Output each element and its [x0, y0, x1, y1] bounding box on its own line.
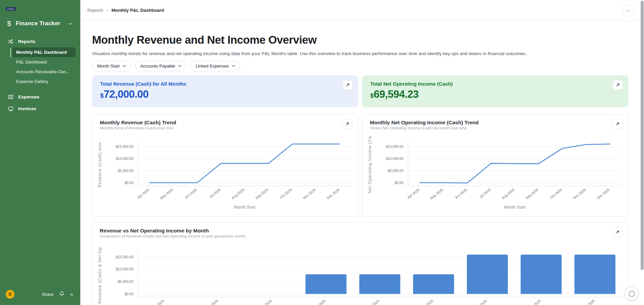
loading-spinner [625, 287, 638, 300]
svg-text:Sep 2025: Sep 2025 [525, 187, 539, 200]
svg-text:Nov 2025: Nov 2025 [302, 187, 316, 200]
expand-button[interactable] [612, 119, 622, 129]
sidebar-item-expenses[interactable]: Expenses [5, 92, 76, 102]
net-income-trend-chart: $0.00$5,000.00$10,000.00$15,000.00Apr 20… [362, 132, 628, 212]
svg-text:Nov 2025: Nov 2025 [527, 299, 542, 305]
svg-text:$10,000.00: $10,000.00 [116, 157, 133, 161]
svg-text:$5,000.00: $5,000.00 [388, 169, 403, 173]
total-revenue-card: Total Revenue (Cash) for All Months $72,… [92, 75, 358, 107]
breadcrumb-reports[interactable]: Reports [87, 8, 103, 13]
collapse-sidebar-icon[interactable]: « [70, 292, 73, 297]
sidebar-nav: Reports Monthly P&L Dashboard P&L Dashbo… [0, 36, 80, 114]
workspace-switcher[interactable]: $ Finance Tracker [6, 19, 74, 28]
svg-text:Dec 2025: Dec 2025 [326, 187, 340, 200]
svg-text:May 2025: May 2025 [429, 187, 444, 200]
svg-text:Revenue (Cash) sum: Revenue (Cash) sum [97, 142, 102, 187]
svg-text:Aug 2025: Aug 2025 [501, 187, 515, 200]
filter-month-start[interactable]: Month Start [92, 61, 131, 71]
chevron-down-icon [178, 65, 181, 67]
stat-card-value: 69,594.23 [374, 88, 419, 100]
expand-button[interactable] [613, 80, 623, 90]
net-income-trend-card: Monthly Net Operating Income (Cash) Tren… [362, 114, 628, 217]
svg-text:Jul 2025: Jul 2025 [313, 299, 327, 305]
arrow-up-right-icon [345, 122, 349, 126]
sidebar: kabyn $ Finance Tracker Reports Monthly … [0, 0, 80, 305]
svg-text:Month Start: Month Start [504, 205, 526, 210]
svg-text:Aug 2025: Aug 2025 [366, 299, 380, 305]
sidebar-item-pl-dashboard[interactable]: P&L Dashboard [12, 57, 76, 67]
sidebar-item-reports[interactable]: Reports [5, 36, 76, 47]
chart-title: Revenue vs Net Operating Income by Month [100, 228, 628, 234]
stat-card-title: Total Revenue (Cash) for All Months [100, 81, 350, 87]
svg-text:Sep 2025: Sep 2025 [420, 299, 434, 305]
breadcrumb-separator-icon: › [106, 8, 108, 13]
svg-text:Jun 2025: Jun 2025 [454, 187, 468, 200]
sidebar-invoices-label: Invoices [18, 106, 36, 111]
svg-text:May 2025: May 2025 [159, 187, 174, 200]
sidebar-item-invoices[interactable]: Invoices [5, 103, 76, 114]
expand-button[interactable] [342, 119, 352, 129]
app-logo-badge: kabyn [6, 7, 16, 11]
svg-text:Sep 2025: Sep 2025 [255, 187, 269, 200]
svg-text:Revenue (Cash) & Net Op: Revenue (Cash) & Net Op [97, 247, 102, 304]
svg-text:May 2025: May 2025 [204, 299, 219, 305]
breadcrumb-current: Monthly P&L Dashboard [112, 8, 164, 13]
share-button[interactable]: Share [42, 292, 53, 297]
svg-text:Jun 2025: Jun 2025 [184, 187, 198, 200]
svg-text:Net Operating Income (Ca: Net Operating Income (Ca [368, 136, 372, 193]
more-options-button[interactable]: ... [623, 5, 634, 16]
svg-text:$0.00: $0.00 [395, 181, 403, 185]
svg-text:Apr 2025: Apr 2025 [151, 299, 165, 305]
revenue-vs-income-card: Revenue vs Net Operating Income by Month… [92, 222, 628, 305]
svg-text:Apr 2025: Apr 2025 [136, 187, 150, 200]
svg-text:Nov 2025: Nov 2025 [572, 187, 587, 200]
app-window: kabyn $ Finance Tracker Reports Monthly … [0, 0, 644, 305]
filter-bar: Month Start Accounts Payable Linked Expe… [92, 61, 628, 71]
workspace-name: Finance Tracker [16, 20, 60, 27]
invoice-icon [8, 106, 13, 112]
sidebar-item-expense-gallery[interactable]: Expense Gallery [12, 77, 76, 86]
stat-cards-row: Total Revenue (Cash) for All Months $72,… [92, 75, 628, 107]
dollar-icon: $ [6, 19, 12, 28]
revenue-trend-chart: $0.00$5,000.00$10,000.00$15,000.00Apr 20… [92, 132, 358, 212]
svg-text:$15,000.00: $15,000.00 [116, 255, 133, 259]
page-content: Monthly Revenue and Net Income Overview … [80, 21, 644, 305]
chevron-down-icon [232, 65, 235, 67]
chart-subtitle: Shows Net Operating Income (Cash) by mon… [370, 126, 628, 130]
sidebar-footer: D Share « [0, 284, 80, 305]
vertical-scrollbar[interactable] [641, 1, 644, 270]
sidebar-item-accounts-receivable[interactable]: Accounts Receivable Das... [12, 67, 76, 77]
sidebar-reports-label: Reports [18, 39, 35, 44]
svg-text:$0.00: $0.00 [125, 181, 133, 185]
expand-button[interactable] [343, 80, 353, 90]
chevron-down-icon [69, 20, 72, 27]
sidebar-expenses-label: Expenses [18, 94, 39, 99]
avatar[interactable]: D [6, 290, 14, 299]
svg-text:$15,000.00: $15,000.00 [116, 144, 133, 148]
chart-title: Monthly Net Operating Income (Cash) Tren… [370, 120, 628, 126]
svg-text:Oct 2025: Oct 2025 [549, 187, 563, 200]
tree-indicator [10, 48, 11, 57]
filter-linked-expenses[interactable]: Linked Expenses [190, 61, 240, 71]
sidebar-item-monthly-pl-dashboard[interactable]: Monthly P&L Dashboard [12, 47, 76, 57]
svg-text:Oct 2025: Oct 2025 [279, 187, 293, 200]
page-title: Monthly Revenue and Net Income Overview [92, 34, 628, 46]
svg-text:$15,000.00: $15,000.00 [386, 144, 403, 148]
page-description: Visualize monthly trends for revenue and… [92, 51, 628, 56]
expand-button[interactable] [612, 227, 622, 237]
arrow-up-right-icon [615, 230, 619, 234]
arrow-up-right-icon [615, 122, 619, 126]
svg-text:$10,000.00: $10,000.00 [116, 267, 133, 271]
svg-text:$0.00: $0.00 [125, 292, 133, 296]
svg-text:Jul 2025: Jul 2025 [478, 187, 491, 199]
spinner-icon [629, 291, 635, 297]
bell-icon[interactable] [59, 291, 65, 298]
svg-text:$10,000.00: $10,000.00 [386, 157, 403, 161]
currency-symbol: $ [100, 92, 104, 99]
top-bar: Reports › Monthly P&L Dashboard ... [80, 0, 644, 21]
svg-text:Jul 2025: Jul 2025 [208, 187, 221, 199]
book-icon [8, 94, 13, 100]
svg-text:Dec 2025: Dec 2025 [581, 299, 595, 305]
filter-accounts-payable[interactable]: Accounts Payable [135, 61, 186, 71]
stat-card-value: 72,000.00 [104, 88, 148, 100]
